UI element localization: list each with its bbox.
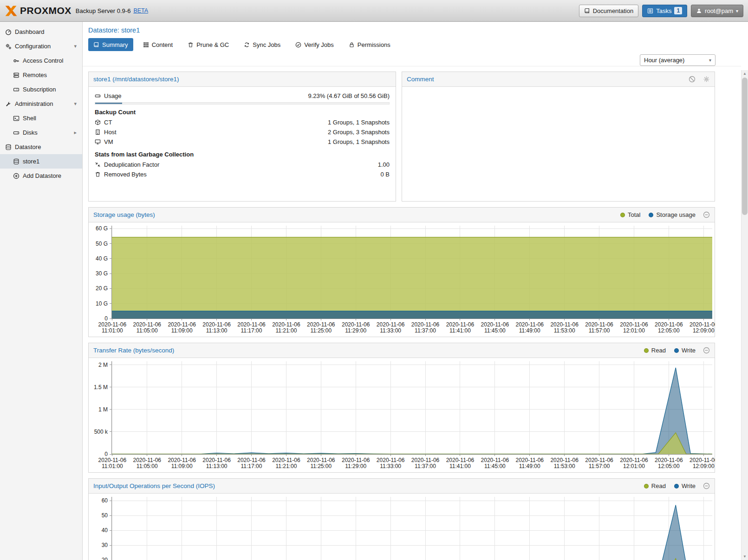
svg-text:2020-11-0611:25:00: 2020-11-0611:25:00 bbox=[307, 457, 335, 469]
tab-summary[interactable]: Summary bbox=[88, 38, 133, 51]
sidebar-item-store1[interactable]: store1 bbox=[0, 154, 82, 169]
sidebar-item-administration[interactable]: Administration ▾ bbox=[0, 97, 82, 111]
header: PROXMOX Backup Server 0.9-6 BETA Documen… bbox=[0, 0, 748, 22]
sidebar-item-shell[interactable]: Shell bbox=[0, 111, 82, 125]
svg-text:2020-11-0611:45:00: 2020-11-0611:45:00 bbox=[481, 457, 509, 469]
minus-circle-icon bbox=[703, 211, 710, 218]
tasks-badge: 1 bbox=[674, 7, 682, 14]
svg-text:60: 60 bbox=[102, 497, 108, 504]
content-area: store1 (/mnt/datastores/store1) Usage 9.… bbox=[83, 66, 741, 560]
legend-item-write[interactable]: Write bbox=[674, 482, 696, 489]
tasks-button[interactable]: Tasks 1 bbox=[642, 5, 687, 17]
main-area: Datastore: store1 Summary Content Prune … bbox=[83, 22, 741, 560]
user-icon bbox=[696, 8, 702, 14]
chevron-down-icon[interactable]: ▾ bbox=[74, 101, 77, 107]
sidebar: Dashboard Configuration ▾ Access Control… bbox=[0, 22, 83, 560]
beta-link[interactable]: BETA bbox=[133, 7, 148, 14]
svg-text:40: 40 bbox=[102, 527, 108, 534]
svg-text:2020-11-0612:09:00: 2020-11-0612:09:00 bbox=[689, 457, 715, 469]
datastore-summary-panel: store1 (/mnt/datastores/store1) Usage 9.… bbox=[88, 72, 396, 202]
svg-text:2020-11-0611:41:00: 2020-11-0611:41:00 bbox=[446, 457, 475, 469]
chevron-down-icon: ▾ bbox=[736, 8, 738, 13]
legend-item-read[interactable]: Read bbox=[644, 347, 666, 354]
gauge-icon bbox=[5, 29, 12, 35]
brand-text: PROXMOX bbox=[20, 5, 72, 16]
server-icon bbox=[13, 72, 20, 78]
legend-dot bbox=[644, 484, 649, 488]
svg-text:2020-11-0611:25:00: 2020-11-0611:25:00 bbox=[307, 321, 335, 334]
legend-item-total[interactable]: Total bbox=[620, 211, 640, 218]
svg-text:40 G: 40 G bbox=[96, 255, 108, 262]
svg-text:10 G: 10 G bbox=[96, 300, 108, 307]
grid-icon bbox=[143, 42, 149, 48]
chart-title-storage: Storage usage (bytes) bbox=[93, 211, 155, 218]
tab-prune-gc[interactable]: Prune & GC bbox=[182, 38, 234, 51]
documentation-button[interactable]: Documentation bbox=[579, 5, 638, 17]
sidebar-item-configuration[interactable]: Configuration ▾ bbox=[0, 39, 82, 53]
header-actions: Documentation Tasks 1 root@pam ▾ bbox=[579, 5, 743, 17]
comment-content[interactable] bbox=[402, 87, 715, 201]
collapse-chart-button[interactable] bbox=[703, 482, 710, 489]
sidebar-item-access-control[interactable]: Access Control bbox=[0, 53, 82, 68]
legend-dot bbox=[674, 484, 679, 488]
legend-item-read[interactable]: Read bbox=[644, 482, 666, 489]
svg-text:2020-11-0611:45:00: 2020-11-0611:45:00 bbox=[481, 321, 509, 334]
chevron-down-icon[interactable]: ▾ bbox=[74, 43, 77, 49]
svg-text:2020-11-0612:09:00: 2020-11-0612:09:00 bbox=[689, 321, 715, 334]
minus-circle-icon bbox=[703, 482, 710, 489]
svg-text:2020-11-0611:05:00: 2020-11-0611:05:00 bbox=[133, 321, 162, 334]
comment-panel-title: Comment bbox=[407, 76, 434, 83]
scrollbar-track[interactable]: ▲ ▼ bbox=[741, 70, 748, 560]
clear-comment-button[interactable] bbox=[689, 76, 696, 83]
sidebar-item-subscription[interactable]: Subscription bbox=[0, 82, 82, 97]
iops-chart: 01020304050602020-11-0611:01:002020-11-0… bbox=[89, 494, 715, 560]
svg-text:2020-11-0611:17:00: 2020-11-0611:17:00 bbox=[237, 457, 266, 469]
svg-text:2020-11-0612:01:00: 2020-11-0612:01:00 bbox=[620, 321, 648, 334]
sidebar-item-remotes[interactable]: Remotes bbox=[0, 68, 82, 82]
svg-text:2020-11-0611:53:00: 2020-11-0611:53:00 bbox=[550, 457, 579, 469]
sidebar-item-datastore[interactable]: Datastore bbox=[0, 140, 82, 154]
comment-settings-button[interactable] bbox=[703, 76, 710, 83]
collapse-chart-button[interactable] bbox=[703, 347, 710, 354]
minus-circle-icon bbox=[703, 347, 710, 354]
gears-icon bbox=[5, 43, 12, 50]
tab-sync-jobs[interactable]: Sync Jobs bbox=[239, 38, 286, 51]
plus-circle-icon bbox=[13, 173, 20, 179]
page-title: Datastore: store1 bbox=[88, 26, 735, 34]
svg-text:60 G: 60 G bbox=[96, 225, 108, 232]
svg-text:2020-11-0611:37:00: 2020-11-0611:37:00 bbox=[411, 457, 440, 469]
ticket-icon bbox=[13, 86, 20, 93]
scroll-up-button[interactable]: ▲ bbox=[741, 70, 748, 77]
legend-item-storage-usage[interactable]: Storage usage bbox=[649, 211, 696, 218]
host-row: Host 2 Groups, 3 Snapshots bbox=[95, 127, 390, 137]
trash-icon bbox=[188, 42, 194, 48]
svg-text:2020-11-0611:21:00: 2020-11-0611:21:00 bbox=[272, 457, 300, 469]
legend: Total Storage usage bbox=[620, 211, 696, 218]
sidebar-item-dashboard[interactable]: Dashboard bbox=[0, 25, 82, 39]
chart-title-transfer: Transfer Rate (bytes/second) bbox=[93, 347, 174, 354]
check-circle-icon bbox=[295, 42, 301, 48]
scrollbar-thumb[interactable] bbox=[742, 78, 748, 215]
chevron-right-icon[interactable]: ▸ bbox=[74, 130, 77, 136]
svg-text:500 k: 500 k bbox=[94, 429, 108, 435]
tab-permissions[interactable]: Permissions bbox=[344, 38, 396, 51]
timeframe-select[interactable]: Hour (average) ▾ bbox=[640, 54, 715, 66]
svg-text:2020-11-0611:17:00: 2020-11-0611:17:00 bbox=[237, 321, 266, 334]
tab-content[interactable]: Content bbox=[138, 38, 178, 51]
tasks-label: Tasks bbox=[656, 7, 671, 14]
collapse-chart-button[interactable] bbox=[703, 211, 710, 218]
scroll-down-button[interactable]: ▼ bbox=[741, 553, 748, 560]
tab-verify-jobs[interactable]: Verify Jobs bbox=[290, 38, 339, 51]
product-version: Backup Server 0.9-6 bbox=[76, 7, 131, 14]
svg-text:2020-11-0612:05:00: 2020-11-0612:05:00 bbox=[655, 457, 683, 469]
legend-dot bbox=[649, 213, 653, 217]
svg-text:2020-11-0611:57:00: 2020-11-0611:57:00 bbox=[585, 457, 613, 469]
usage-progress-bar bbox=[95, 102, 390, 104]
legend-item-write[interactable]: Write bbox=[674, 347, 696, 354]
legend: Read Write bbox=[644, 347, 696, 354]
sidebar-item-disks[interactable]: Disks ▸ bbox=[0, 125, 82, 140]
vm-row: VM 1 Groups, 1 Snapshots bbox=[95, 137, 390, 147]
svg-text:2020-11-0611:33:00: 2020-11-0611:33:00 bbox=[377, 457, 405, 469]
user-menu-button[interactable]: root@pam ▾ bbox=[691, 5, 743, 17]
sidebar-item-add-datastore[interactable]: Add Datastore bbox=[0, 169, 82, 183]
